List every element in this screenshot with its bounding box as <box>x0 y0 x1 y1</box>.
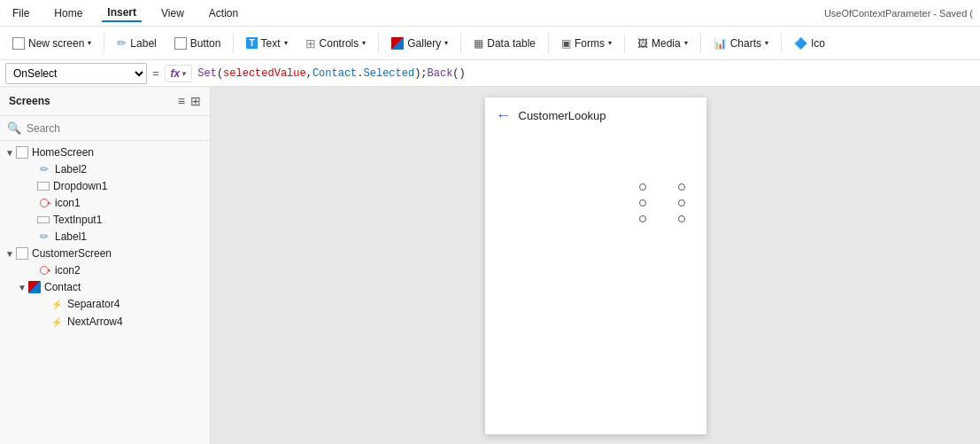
app-preview: ← CustomerLookup <box>485 97 706 434</box>
text-label: Text <box>261 37 281 50</box>
new-screen-label: New screen <box>28 37 84 50</box>
arrow-icon2 <box>25 266 37 276</box>
arrow-label2 <box>25 165 37 175</box>
grid-view-icon[interactable]: ⊞ <box>190 94 201 108</box>
media-button[interactable]: 🖼 Media ▾ <box>630 34 695 53</box>
charts-button[interactable]: 📊 Charts ▾ <box>706 34 776 53</box>
homescreen-label: HomeScreen <box>32 146 94 159</box>
dropdown1-label: Dropdown1 <box>53 180 107 192</box>
back-arrow-icon[interactable]: ← <box>496 106 512 125</box>
property-selector[interactable]: OnSelect <box>5 63 147 84</box>
button-button[interactable]: Button <box>167 34 228 53</box>
formula-func: Set <box>197 67 217 80</box>
tree-item-icon1[interactable]: + icon1 <box>0 194 210 212</box>
nextarrow-icon-4: ⚡ <box>50 315 64 329</box>
divider-6 <box>624 34 625 53</box>
expand-arrow-home[interactable]: ▼ <box>4 148 16 158</box>
menu-home[interactable]: Home <box>49 5 88 21</box>
handle-top-right[interactable] <box>678 183 685 191</box>
sidebar: Screens ≡ ⊞ 🔍 ▼ HomeScreen ✏ Label2 <box>0 87 211 444</box>
handle-mid-left[interactable] <box>639 199 646 206</box>
tree-item-label1[interactable]: ✏ Label1 <box>0 228 210 245</box>
controls-label: Controls <box>320 37 359 50</box>
handle-top-left[interactable] <box>639 183 646 191</box>
arrow-label1 <box>25 232 37 242</box>
label-btn-label: Label <box>130 37 156 50</box>
icon-group-icon2: + <box>37 263 51 277</box>
tree-item-contact[interactable]: ▼ Contact <box>0 279 210 295</box>
menu-insert[interactable]: Insert <box>102 4 142 22</box>
menu-action[interactable]: Action <box>204 5 243 21</box>
sidebar-header: Screens ≡ ⊞ <box>0 87 210 116</box>
icon2-label: icon2 <box>55 264 81 277</box>
list-view-icon[interactable]: ≡ <box>178 94 185 108</box>
canvas-area: ← CustomerLookup <box>211 87 980 444</box>
divider-1 <box>104 34 104 53</box>
menu-view[interactable]: View <box>156 5 189 21</box>
app-content <box>485 134 706 426</box>
separator4-label: Separator4 <box>67 298 120 310</box>
handle-bottom-left[interactable] <box>639 215 646 222</box>
forms-icon: ▣ <box>561 37 571 50</box>
selection-handles[interactable] <box>643 187 682 219</box>
app-title: UseOfContextParameter - Saved ( <box>824 8 973 19</box>
gallery-icon-contact <box>28 281 41 293</box>
formula-dot: . <box>357 67 363 80</box>
tree-item-textinput1[interactable]: TextInput1 <box>0 212 210 228</box>
screen-icon-home <box>16 146 28 159</box>
controls-button[interactable]: ⊞ Controls ▾ <box>298 33 374 54</box>
handle-mid-right[interactable] <box>678 199 685 206</box>
label2-label: Label2 <box>55 163 87 175</box>
divider-5 <box>548 34 549 53</box>
button-icon <box>174 37 187 50</box>
textinput1-label: TextInput1 <box>53 214 102 226</box>
tree-item-icon2[interactable]: + icon2 <box>0 261 210 279</box>
new-screen-button[interactable]: New screen ▾ <box>5 34 98 53</box>
tree-item-homescreen[interactable]: ▼ HomeScreen <box>0 144 210 160</box>
screen-icon-customer <box>16 247 28 260</box>
forms-dropdown-icon: ▾ <box>608 39 612 47</box>
divider-2 <box>233 34 234 53</box>
tree-item-separator4[interactable]: ⚡ Separator4 <box>0 295 210 313</box>
icons-button[interactable]: 🔷 Ico <box>787 34 832 53</box>
tree-item-label2[interactable]: ✏ Label2 <box>0 160 210 178</box>
search-input[interactable] <box>27 122 203 135</box>
tree-item-customerscreen[interactable]: ▼ CustomerScreen <box>0 245 210 261</box>
fx-button[interactable]: fx ▾ <box>165 65 193 82</box>
formula-paren2: ) <box>414 67 421 80</box>
equals-sign: = <box>152 66 159 80</box>
customerscreen-label: CustomerScreen <box>32 247 112 260</box>
gallery-icon <box>391 37 404 50</box>
fx-label: fx <box>171 67 181 80</box>
label-icon: ✏ <box>117 36 127 50</box>
app-preview-header: ← CustomerLookup <box>485 97 706 134</box>
expand-arrow-customer[interactable]: ▼ <box>4 249 16 259</box>
label-button[interactable]: ✏ Label <box>110 33 163 53</box>
search-icon: 🔍 <box>7 121 21 135</box>
tree-item-nextarrow4[interactable]: ⚡ NextArrow4 <box>0 313 210 331</box>
handle-bottom-right[interactable] <box>678 215 685 222</box>
data-table-label: Data table <box>487 37 536 50</box>
tree-item-dropdown1[interactable]: Dropdown1 <box>0 178 210 194</box>
menu-bar: File Home Insert View Action UseOfContex… <box>0 0 980 27</box>
text-button[interactable]: T Text ▾ <box>239 34 294 53</box>
charts-dropdown-icon: ▾ <box>765 39 768 47</box>
divider-8 <box>781 34 782 53</box>
menu-file[interactable]: File <box>7 5 35 21</box>
label-icon-label2: ✏ <box>37 162 51 176</box>
icons-icon: 🔷 <box>794 37 807 50</box>
data-table-button[interactable]: ▦ Data table <box>467 34 543 53</box>
forms-button[interactable]: ▣ Forms ▾ <box>554 34 619 53</box>
forms-label: Forms <box>575 37 605 50</box>
charts-icon: 📊 <box>714 37 727 50</box>
text-icon: T <box>246 37 257 49</box>
gallery-button[interactable]: Gallery ▾ <box>384 34 455 53</box>
nextarrow4-label: NextArrow4 <box>67 315 123 328</box>
formula-semi: ; <box>421 67 427 80</box>
divider-7 <box>700 34 701 53</box>
expand-arrow-contact[interactable]: ▼ <box>16 283 28 292</box>
textinput-icon-1 <box>37 216 50 223</box>
label1-label: Label1 <box>55 230 87 243</box>
dropdown-icon-dropdown1 <box>37 182 50 191</box>
sidebar-search-bar[interactable]: 🔍 <box>0 116 210 141</box>
